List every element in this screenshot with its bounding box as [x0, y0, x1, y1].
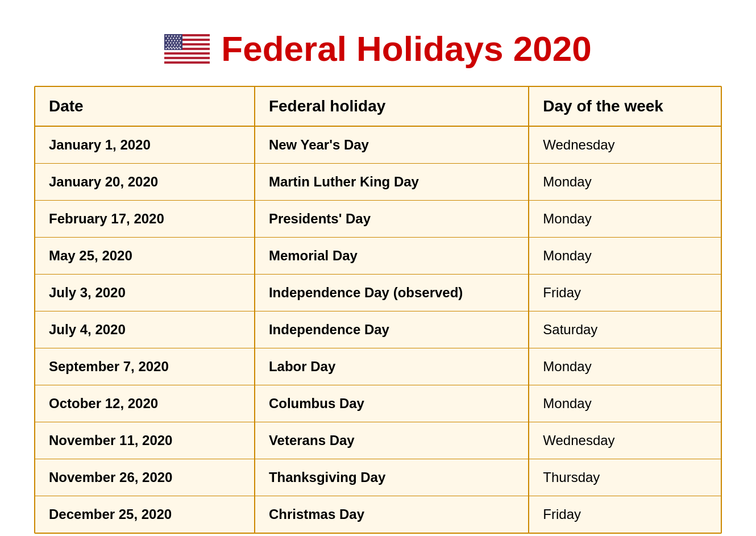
svg-rect-10: [164, 57, 210, 59]
page-title: Federal Holidays 2020: [221, 28, 591, 69]
day-cell: Monday: [529, 348, 721, 385]
holiday-cell: Independence Day: [255, 311, 529, 348]
table-row: November 11, 2020Veterans DayWednesday: [35, 422, 721, 459]
table-row: January 1, 2020New Year's DayWednesday: [35, 126, 721, 164]
table-row: December 25, 2020Christmas DayFriday: [35, 496, 721, 533]
table-header-row: Date Federal holiday Day of the week: [35, 87, 721, 126]
holiday-cell: Labor Day: [255, 348, 529, 385]
day-cell: Saturday: [529, 311, 721, 348]
col-header-date: Date: [35, 87, 255, 126]
table-row: July 4, 2020Independence DaySaturday: [35, 311, 721, 348]
holiday-cell: Columbus Day: [255, 385, 529, 422]
svg-rect-7: [164, 50, 210, 52]
svg-rect-11: [164, 59, 210, 61]
date-cell: July 3, 2020: [35, 275, 255, 311]
holiday-cell: Christmas Day: [255, 496, 529, 533]
day-cell: Monday: [529, 238, 721, 275]
table-row: October 12, 2020Columbus DayMonday: [35, 385, 721, 422]
table-row: July 3, 2020Independence Day (observed)F…: [35, 275, 721, 311]
date-cell: December 25, 2020: [35, 496, 255, 533]
date-cell: February 17, 2020: [35, 201, 255, 238]
table-row: February 17, 2020Presidents' DayMonday: [35, 201, 721, 238]
date-cell: September 7, 2020: [35, 348, 255, 385]
header: ★★★★★★ ★★★★★ ★★★★★★ ★★★★★ ★★★★★★ ★★★★★ ★…: [164, 28, 591, 69]
day-cell: Wednesday: [529, 422, 721, 459]
date-cell: November 11, 2020: [35, 422, 255, 459]
svg-rect-8: [164, 52, 210, 55]
day-cell: Monday: [529, 385, 721, 422]
date-cell: May 25, 2020: [35, 238, 255, 275]
table-row: November 26, 2020Thanksgiving DayThursda…: [35, 459, 721, 496]
holiday-cell: Veterans Day: [255, 422, 529, 459]
day-cell: Monday: [529, 164, 721, 201]
day-cell: Wednesday: [529, 126, 721, 164]
holiday-cell: Presidents' Day: [255, 201, 529, 238]
col-header-day: Day of the week: [529, 87, 721, 126]
table-row: September 7, 2020Labor DayMonday: [35, 348, 721, 385]
svg-rect-9: [164, 55, 210, 57]
date-cell: July 4, 2020: [35, 311, 255, 348]
holiday-cell: Memorial Day: [255, 238, 529, 275]
table-wrapper: Date Federal holiday Day of the week Jan…: [34, 86, 722, 534]
date-cell: January 20, 2020: [35, 164, 255, 201]
table-row: May 25, 2020Memorial DayMonday: [35, 238, 721, 275]
page-container: ★★★★★★ ★★★★★ ★★★★★★ ★★★★★ ★★★★★★ ★★★★★ ★…: [11, 11, 745, 536]
day-cell: Friday: [529, 496, 721, 533]
date-cell: November 26, 2020: [35, 459, 255, 496]
holiday-cell: Martin Luther King Day: [255, 164, 529, 201]
holiday-cell: Independence Day (observed): [255, 275, 529, 311]
holidays-table: Date Federal holiday Day of the week Jan…: [35, 87, 721, 533]
us-flag-icon: ★★★★★★ ★★★★★ ★★★★★★ ★★★★★ ★★★★★★ ★★★★★ ★…: [164, 34, 210, 64]
table-row: January 20, 2020Martin Luther King DayMo…: [35, 164, 721, 201]
date-cell: January 1, 2020: [35, 126, 255, 164]
date-cell: October 12, 2020: [35, 385, 255, 422]
day-cell: Thursday: [529, 459, 721, 496]
day-cell: Monday: [529, 201, 721, 238]
svg-rect-12: [164, 61, 210, 64]
col-header-holiday: Federal holiday: [255, 87, 529, 126]
holiday-cell: Thanksgiving Day: [255, 459, 529, 496]
holiday-cell: New Year's Day: [255, 126, 529, 164]
day-cell: Friday: [529, 275, 721, 311]
